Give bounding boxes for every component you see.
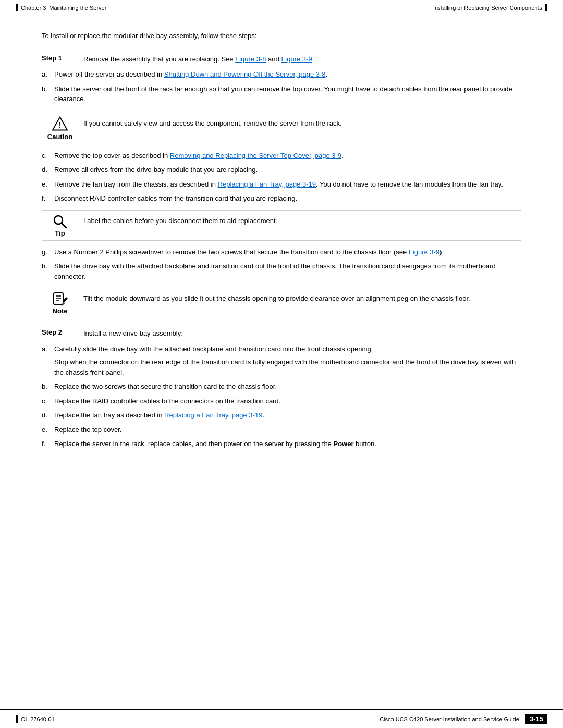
- tip-text: Label the cables before you disconnect t…: [83, 214, 521, 226]
- footer-page-num: 3-15: [525, 714, 547, 724]
- figure-3-9-link[interactable]: Figure 3-9: [281, 55, 312, 63]
- step2-block: Step 2 Install a new drive bay assembly:…: [42, 325, 521, 449]
- caution-triangle-icon: !: [52, 116, 68, 131]
- step1-label: Step 1: [42, 54, 83, 62]
- step1-item-e-label: e.: [42, 179, 54, 190]
- step1-header: Step 1 Remove the assembly that you are …: [42, 51, 521, 65]
- step1-item-g-label: g.: [42, 247, 54, 257]
- step1-item-f: f. Disconnect RAID controller cables fro…: [42, 193, 521, 204]
- step2-item-d: d. Replace the fan tray as described in …: [42, 410, 521, 421]
- step2-item-c-label: c.: [42, 396, 54, 406]
- caution-icon-area: ! Caution: [42, 116, 83, 141]
- header-right: Installing or Replacing Server Component…: [433, 4, 547, 11]
- figure-3-9-link-g[interactable]: Figure 3-9: [409, 248, 439, 256]
- step2-header: Step 2 Install a new drive bay assembly:: [42, 325, 521, 339]
- step1-item-b-text: Slide the server out the front of the ra…: [54, 84, 521, 104]
- step1-item-d-text: Remove all drives from the drive-bay mod…: [54, 165, 258, 175]
- footer-left-bar: [16, 715, 18, 723]
- step1-item-e-text: Remove the fan tray from the chassis, as…: [54, 179, 503, 190]
- step1-item-h-label: h.: [42, 261, 54, 272]
- step2-text: Install a new drive bay assembly:: [83, 328, 521, 339]
- top-cover-link[interactable]: Removing and Replacing the Server Top Co…: [170, 152, 341, 159]
- step2-item-e-label: e.: [42, 425, 54, 435]
- chapter-title: Maintaining the Server: [49, 5, 106, 11]
- step1-item-h: h. Slide the drive bay with the attached…: [42, 261, 521, 281]
- svg-marker-9: [62, 302, 66, 306]
- svg-text:!: !: [59, 120, 62, 129]
- header-right-bar: [545, 4, 547, 11]
- intro-text: To install or replace the modular drive …: [42, 31, 521, 41]
- step2-sublist: a. Carefully slide the drive bay with th…: [42, 344, 521, 449]
- chapter-label: Chapter 3: [21, 5, 46, 11]
- step2-item-f-text: Replace the server in the rack, replace …: [54, 439, 376, 449]
- step1-item-h-text: Slide the drive bay with the attached ba…: [54, 261, 521, 281]
- step2-item-f-label: f.: [42, 439, 54, 449]
- header-left-bar: [16, 4, 18, 11]
- step2-item-b-text: Replace the two screws that secure the t…: [54, 381, 277, 392]
- step1-block: Step 1 Remove the assembly that you are …: [42, 51, 521, 104]
- step1-item-d: d. Remove all drives from the drive-bay …: [42, 165, 521, 175]
- step2-item-e-text: Replace the top cover.: [54, 425, 121, 435]
- step1-item-f-text: Disconnect RAID controller cables from t…: [54, 193, 297, 204]
- step1-sublist-cf: c. Remove the top cover as described in …: [42, 151, 521, 204]
- fan-tray-link-e[interactable]: Replacing a Fan Tray, page 3-19: [218, 180, 316, 188]
- main-content: To install or replace the modular drive …: [0, 15, 563, 473]
- step2-item-a-content: Carefully slide the drive bay with the a…: [54, 344, 521, 378]
- step2-item-d-label: d.: [42, 410, 54, 421]
- note-pencil-icon: [52, 291, 68, 307]
- step1-item-d-label: d.: [42, 165, 54, 175]
- step2-item-c-text: Replace the RAID controller cables to th…: [54, 396, 280, 406]
- footer-right-title: Cisco UCS C420 Server Installation and S…: [380, 716, 519, 722]
- step2-item-d-text: Replace the fan tray as described in Rep…: [54, 410, 264, 421]
- step1-item-b-label: b.: [42, 84, 54, 94]
- step1-item-g: g. Use a Number 2 Phillips screwdriver t…: [42, 247, 521, 257]
- svg-rect-4: [54, 293, 63, 304]
- svg-line-3: [62, 223, 66, 228]
- step1-text: Remove the assembly that you are replaci…: [83, 54, 521, 65]
- step2-item-b-label: b.: [42, 381, 54, 392]
- step2-item-e: e. Replace the top cover.: [42, 425, 521, 435]
- tip-magnify-icon: [52, 214, 68, 229]
- tip-icon-area: Tip: [42, 214, 83, 237]
- caution-block: ! Caution If you cannot safely view and …: [42, 113, 521, 144]
- page-header: Chapter 3 Maintaining the Server Install…: [0, 0, 563, 15]
- step1-sublist-gh: g. Use a Number 2 Phillips screwdriver t…: [42, 247, 521, 282]
- step1-item-f-label: f.: [42, 193, 54, 204]
- fan-tray-link-d[interactable]: Replacing a Fan Tray, page 3-19: [164, 411, 262, 419]
- figure-3-8-link[interactable]: Figure 3-8: [235, 55, 266, 63]
- step2-label: Step 2: [42, 328, 83, 336]
- step1-item-a-label: a.: [42, 69, 54, 80]
- step1-item-e: e. Remove the fan tray from the chassis,…: [42, 179, 521, 190]
- header-right-title: Installing or Replacing Server Component…: [433, 5, 542, 11]
- step2-item-b: b. Replace the two screws that secure th…: [42, 381, 521, 392]
- step1-item-a-text: Power off the server as described in Shu…: [54, 69, 327, 80]
- footer-right: Cisco UCS C420 Server Installation and S…: [380, 714, 547, 724]
- note-block: Note Tilt the module downward as you sli…: [42, 288, 521, 318]
- tip-label: Tip: [55, 229, 65, 237]
- step2-item-a-label: a.: [42, 344, 54, 354]
- step2-item-a-extra: Stop when the connector on the rear edge…: [54, 357, 521, 377]
- step1-item-a: a. Power off the server as described in …: [42, 69, 521, 80]
- step2-item-f: f. Replace the server in the rack, repla…: [42, 439, 521, 449]
- step1-item-c: c. Remove the top cover as described in …: [42, 151, 521, 161]
- footer-left: OL-27640-01: [16, 715, 55, 723]
- header-left: Chapter 3 Maintaining the Server: [16, 4, 106, 11]
- step1-item-c-label: c.: [42, 151, 54, 161]
- step1-item-c-text: Remove the top cover as described in Rem…: [54, 151, 344, 161]
- note-text: Tilt the module downward as you slide it…: [83, 291, 521, 304]
- page-footer: OL-27640-01 Cisco UCS C420 Server Instal…: [0, 709, 563, 728]
- step2-item-c: c. Replace the RAID controller cables to…: [42, 396, 521, 406]
- step2-item-a-text: Carefully slide the drive bay with the a…: [54, 344, 521, 354]
- step1-sublist-ab: a. Power off the server as described in …: [42, 69, 521, 104]
- footer-doc-num: OL-27640-01: [21, 716, 55, 722]
- step1-item-g-text: Use a Number 2 Phillips screwdriver to r…: [54, 247, 444, 257]
- note-label: Note: [53, 307, 68, 315]
- caution-label: Caution: [47, 133, 72, 141]
- step2-item-a: a. Carefully slide the drive bay with th…: [42, 344, 521, 378]
- caution-text: If you cannot safely view and access the…: [83, 116, 521, 129]
- step1-item-b: b. Slide the server out the front of the…: [42, 84, 521, 104]
- shutdown-link[interactable]: Shutting Down and Powering Off the Serve…: [164, 70, 326, 78]
- note-icon-area: Note: [42, 291, 83, 315]
- tip-block: Tip Label the cables before you disconne…: [42, 210, 521, 241]
